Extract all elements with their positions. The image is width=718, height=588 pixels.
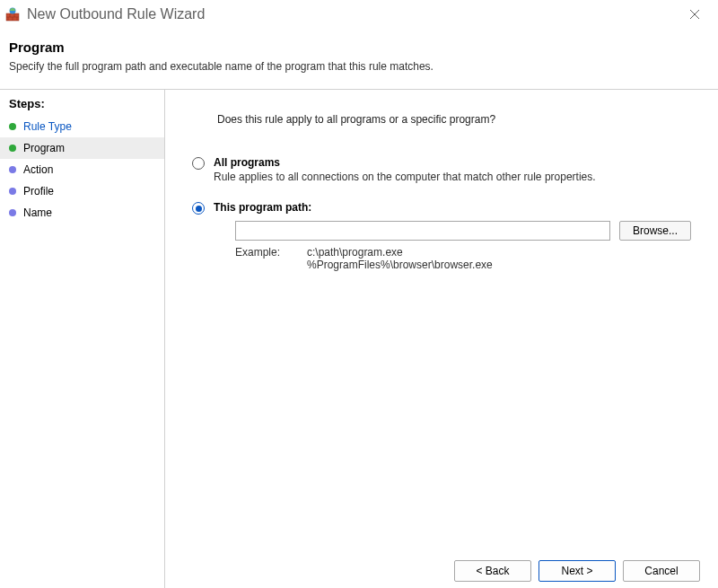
option-title: All programs [214, 156, 691, 169]
step-label: Profile [23, 185, 54, 197]
bullet-icon [9, 123, 16, 130]
wizard-footer: < Back Next > Cancel [454, 560, 700, 582]
step-label: Action [23, 163, 53, 176]
example-label: Example: [235, 246, 307, 271]
bullet-icon [9, 209, 16, 216]
window-title: New Outbound Rule Wizard [27, 6, 677, 22]
step-name[interactable]: Name [0, 202, 164, 224]
bullet-icon [9, 188, 16, 195]
bullet-icon [9, 145, 16, 152]
firewall-icon [5, 7, 20, 22]
bullet-icon [9, 166, 16, 173]
step-label: Name [23, 206, 52, 219]
wizard-header: Program Specify the full program path an… [0, 29, 718, 89]
radio-icon[interactable] [192, 157, 205, 170]
step-action[interactable]: Action [0, 159, 164, 180]
close-button[interactable] [677, 2, 713, 27]
program-path-input[interactable] [235, 221, 610, 241]
radio-icon[interactable] [192, 202, 205, 215]
cancel-button[interactable]: Cancel [623, 560, 700, 582]
steps-sidebar: Steps: Rule Type Program Action Profile … [0, 89, 165, 588]
question-text: Does this rule apply to all programs or … [217, 113, 691, 126]
back-button[interactable]: < Back [454, 560, 531, 582]
step-link[interactable]: Rule Type [23, 120, 72, 133]
page-title: Program [9, 39, 709, 55]
step-profile[interactable]: Profile [0, 180, 164, 202]
option-all-programs[interactable]: All programs Rule applies to all connect… [192, 156, 691, 183]
browse-button[interactable]: Browse... [619, 221, 691, 241]
next-button[interactable]: Next > [538, 560, 616, 582]
option-title: This program path: [214, 201, 691, 214]
step-rule-type[interactable]: Rule Type [0, 116, 164, 137]
wizard-content: Does this rule apply to all programs or … [165, 89, 718, 588]
titlebar: New Outbound Rule Wizard [0, 0, 718, 29]
step-label: Program [23, 142, 65, 154]
example-values: c:\path\program.exe %ProgramFiles%\brows… [307, 246, 493, 271]
page-description: Specify the full program path and execut… [9, 60, 709, 73]
option-program-path[interactable]: This program path: Browse... Example: c:… [192, 201, 691, 271]
option-description: Rule applies to all connections on the c… [214, 171, 691, 183]
steps-title: Steps: [0, 93, 164, 116]
step-program[interactable]: Program [0, 137, 164, 159]
